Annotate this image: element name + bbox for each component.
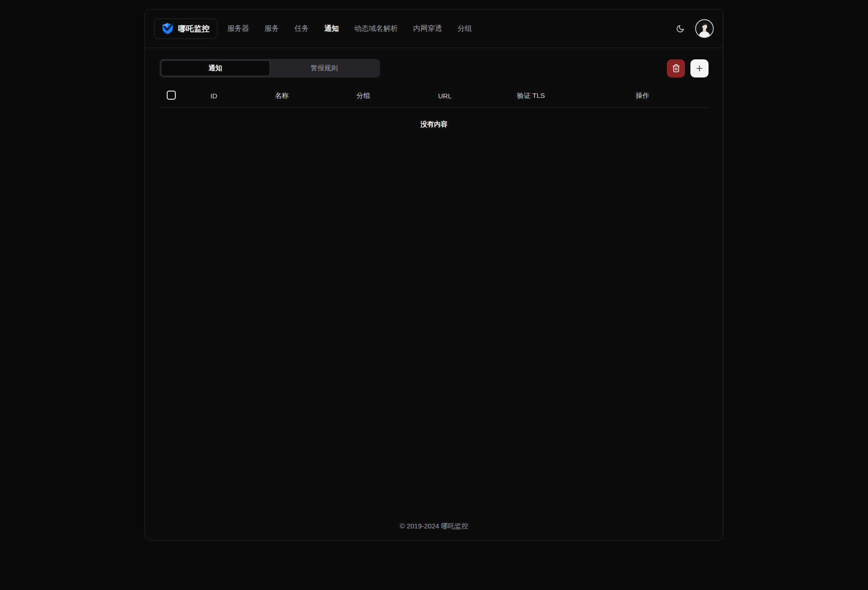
moon-icon bbox=[676, 24, 685, 33]
nav-item-servers[interactable]: 服务器 bbox=[227, 24, 249, 34]
empty-state-text: 没有内容 bbox=[159, 107, 709, 141]
nav-item-ddns[interactable]: 动态域名解析 bbox=[354, 24, 398, 34]
nav-item-services[interactable]: 服务 bbox=[265, 24, 279, 34]
main-card: 哪吒监控 服务器 服务 任务 通知 动态域名解析 内网穿透 分组 bbox=[145, 9, 723, 541]
brand-name: 哪吒监控 bbox=[178, 24, 210, 34]
header-select-all bbox=[159, 85, 187, 107]
page-content: 通知 警报规则 bbox=[145, 48, 723, 522]
empty-state-row: 没有内容 bbox=[159, 107, 709, 141]
tab-alert-rules[interactable]: 警报规则 bbox=[270, 60, 379, 76]
delete-button[interactable] bbox=[667, 59, 685, 77]
notifications-table: ID 名称 分组 URL 验证 TLS 操作 没有内容 bbox=[159, 85, 709, 141]
nav-item-nat[interactable]: 内网穿透 bbox=[413, 24, 442, 34]
brand-shield-icon bbox=[162, 23, 174, 34]
navbar: 哪吒监控 服务器 服务 任务 通知 动态域名解析 内网穿透 分组 bbox=[145, 10, 723, 48]
toolbar: 通知 警报规则 bbox=[159, 59, 709, 77]
tab-switcher: 通知 警报规则 bbox=[159, 59, 380, 77]
nav-links: 服务器 服务 任务 通知 动态域名解析 内网穿透 分组 bbox=[227, 24, 472, 34]
nav-item-notifications[interactable]: 通知 bbox=[324, 24, 339, 34]
avatar-image bbox=[695, 19, 714, 38]
trash-icon bbox=[672, 64, 680, 73]
select-all-checkbox[interactable] bbox=[167, 91, 176, 100]
nav-item-groups[interactable]: 分组 bbox=[458, 24, 472, 34]
add-button[interactable] bbox=[690, 59, 709, 77]
theme-toggle-button[interactable] bbox=[672, 21, 688, 36]
logo-button[interactable]: 哪吒监控 bbox=[154, 19, 217, 39]
footer-copyright: © 2019-2024 哪吒监控 bbox=[145, 522, 723, 540]
user-avatar[interactable] bbox=[695, 19, 714, 38]
header-actions: 操作 bbox=[576, 85, 709, 107]
header-name: 名称 bbox=[241, 85, 323, 107]
table-header-row: ID 名称 分组 URL 验证 TLS 操作 bbox=[159, 85, 709, 107]
header-group: 分组 bbox=[323, 85, 404, 107]
plus-icon bbox=[695, 64, 704, 73]
header-id: ID bbox=[187, 85, 241, 107]
tab-notifications[interactable]: 通知 bbox=[161, 60, 270, 76]
toolbar-actions bbox=[667, 59, 709, 77]
header-verify-tls: 验证 TLS bbox=[486, 85, 576, 107]
header-url: URL bbox=[404, 85, 486, 107]
nav-item-tasks[interactable]: 任务 bbox=[294, 24, 309, 34]
